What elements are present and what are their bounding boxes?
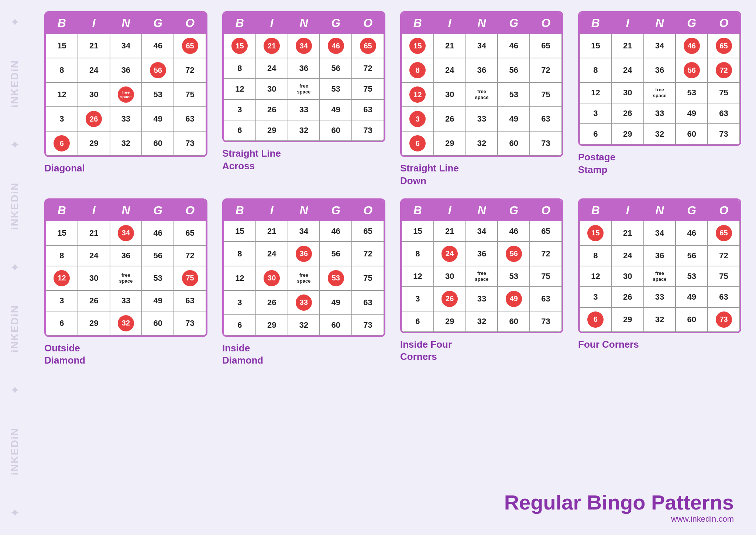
cell-r2-c4: 75	[174, 266, 206, 290]
header-letter-I: I	[78, 200, 110, 221]
header-letter-O: O	[708, 200, 740, 221]
cell-r0-c4: 65	[530, 221, 562, 242]
cell-r2-c0: 12	[402, 266, 434, 287]
cell-r0-c4: 65	[174, 221, 206, 245]
cell-r3-c2: 33	[110, 290, 142, 311]
marked-circle-r3-c2: 33	[296, 294, 312, 311]
marked-circle-r0-c4: 65	[182, 38, 198, 54]
cell-r3-c3: 49	[676, 103, 708, 124]
cell-r3-c3: 49	[498, 287, 530, 311]
cell-r1-c4: 72	[174, 58, 206, 82]
cell-r0-c4: 65	[174, 34, 206, 58]
cell-r1-c1: 24	[434, 242, 466, 266]
cell-r0-c0: 15	[224, 221, 256, 242]
cell-r0-c2: 34	[644, 221, 676, 245]
footer-title: Regular Bingo Patterns	[504, 490, 734, 514]
cell-r2-c1: 30	[256, 266, 288, 290]
card-label-outside-diamond: OutsideDiamond	[44, 342, 85, 367]
cell-r0-c3: 46	[498, 34, 530, 58]
cell-r3-c3: 49	[320, 290, 352, 315]
header-letter-G: G	[498, 13, 530, 34]
cell-r1-c1: 24	[256, 242, 288, 266]
marked-circle-r4-c0: 6	[409, 135, 426, 151]
cell-r1-c3: 56	[142, 245, 174, 266]
bingo-card-four-corners: BINGO15213446658243656721230freespace537…	[578, 198, 741, 333]
cell-r1-c0: 8	[402, 242, 434, 266]
cell-r3-c0: 3	[580, 103, 612, 124]
header-letter-G: G	[142, 13, 174, 34]
cell-r0-c3: 46	[142, 221, 174, 245]
header-letter-O: O	[530, 13, 562, 34]
cell-r0-c0: 15	[402, 34, 434, 58]
watermark-icon-1: ✦	[10, 15, 20, 29]
cell-r2-c3: 53	[142, 266, 174, 290]
marked-circle-r1-c1: 24	[441, 246, 458, 262]
card-label-straight-line-across: Straight LineAcross	[222, 147, 281, 173]
bingo-header-straight-line-down: BINGO	[402, 13, 562, 34]
cell-r4-c4: 73	[352, 120, 384, 141]
bingo-header-inside-four-corners: BINGO	[402, 200, 562, 221]
marked-circle-r1-c3: 56	[684, 62, 700, 78]
cell-r4-c4: 73	[174, 311, 206, 335]
cell-r3-c1: 26	[612, 287, 644, 307]
cell-r4-c3: 60	[142, 131, 174, 156]
cell-r1-c2: 36	[110, 58, 142, 82]
cell-r3-c2: 33	[288, 290, 320, 315]
cell-r1-c2: 36	[466, 242, 498, 266]
cell-r2-c1: 30	[434, 266, 466, 287]
main-content: BINGO15213446658243656721230freespace537…	[30, 0, 756, 535]
cell-r0-c4: 65	[708, 221, 740, 245]
bingo-body-diagonal: 15213446658243656721230freespace53753263…	[46, 34, 206, 156]
watermark-text-3: iNKEDiN	[9, 305, 21, 352]
header-letter-O: O	[708, 13, 740, 34]
marked-circle-r3-c1: 26	[441, 291, 458, 307]
header-letter-I: I	[256, 200, 288, 221]
cell-r2-c2: freespace	[466, 266, 498, 287]
header-letter-I: I	[612, 13, 644, 34]
header-letter-N: N	[288, 13, 320, 34]
bingo-body-straight-line-across: 15213446658243656721230freespace53753263…	[224, 34, 384, 141]
cell-r0-c1: 21	[256, 221, 288, 242]
marked-circle-r0-c1: 21	[264, 38, 280, 54]
header-letter-O: O	[352, 200, 384, 221]
cell-r4-c3: 60	[498, 131, 530, 156]
marked-circle-r0-c4: 65	[360, 38, 376, 54]
cell-r4-c1: 29	[256, 315, 288, 335]
cell-r1-c2: 36	[644, 58, 676, 82]
cell-r0-c4: 65	[352, 221, 384, 242]
cell-r3-c0: 3	[580, 287, 612, 307]
cell-r4-c4: 73	[708, 124, 740, 144]
cell-r1-c0: 8	[580, 245, 612, 266]
cell-r4-c2: 32	[288, 315, 320, 335]
cell-r4-c2: 32	[466, 131, 498, 156]
cell-r0-c1: 21	[612, 221, 644, 245]
card-label-straight-line-down: Straight LineDown	[400, 162, 459, 187]
card-label-postage-stamp: PostageStamp	[578, 151, 615, 176]
marked-circle-r3-c3: 49	[506, 291, 522, 307]
card-wrapper-diagonal: BINGO15213446658243656721230freespace537…	[44, 11, 207, 187]
cell-r0-c0: 15	[580, 221, 612, 245]
cell-r4-c0: 6	[46, 311, 78, 335]
cell-r3-c0: 3	[46, 107, 78, 131]
cell-r3-c1: 26	[256, 290, 288, 315]
watermark-text-4: iNKEDiN	[9, 427, 21, 475]
bingo-header-postage-stamp: BINGO	[580, 13, 740, 34]
marked-circle-r0-c3: 46	[684, 38, 700, 54]
marked-circle-r1-c2: 36	[296, 246, 312, 262]
cell-r4-c3: 60	[676, 307, 708, 332]
cell-r3-c3: 49	[320, 99, 352, 120]
bingo-card-outside-diamond: BINGO15213446658243656721230freespace537…	[44, 198, 207, 337]
cell-r2-c4: 75	[530, 82, 562, 107]
cell-r0-c2: 34	[466, 221, 498, 242]
cell-r4-c1: 29	[434, 131, 466, 156]
cell-r0-c1: 21	[434, 34, 466, 58]
cell-r1-c2: 36	[110, 245, 142, 266]
marked-circle-r1-c4: 72	[716, 62, 732, 78]
watermark-text-1: iNKEDiN	[9, 60, 21, 108]
cell-r2-c1: 30	[434, 82, 466, 107]
cell-r4-c4: 73	[708, 307, 740, 332]
marked-circle-r2-c3: 53	[328, 270, 344, 286]
marked-circle-r1-c3: 56	[506, 246, 522, 262]
cell-r3-c0: 3	[402, 287, 434, 311]
cell-r3-c2: 33	[644, 103, 676, 124]
